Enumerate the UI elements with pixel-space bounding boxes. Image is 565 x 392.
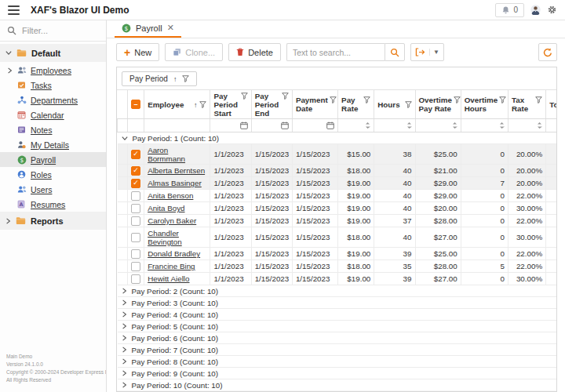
filter-cell-payment[interactable] [292, 119, 337, 132]
sidebar-item-my-details[interactable]: My Details [0, 137, 106, 152]
spinner-icon[interactable] [499, 122, 505, 129]
cell-end: 1/15/2023 [251, 190, 292, 202]
funnel-icon[interactable] [454, 96, 461, 103]
sidebar-item-roles[interactable]: Roles [0, 167, 106, 182]
employee-link[interactable]: Hewitt Aiello [148, 274, 189, 283]
refresh-button[interactable] [538, 43, 557, 61]
row-checkbox[interactable]: ✓ [131, 166, 140, 176]
filter-cell-ot_rate[interactable] [415, 119, 461, 132]
chevron-right-icon[interactable] [122, 323, 127, 329]
spinner-icon[interactable] [452, 122, 457, 129]
chevron-right-icon[interactable] [122, 358, 127, 365]
funnel-icon[interactable] [199, 101, 206, 108]
chevron-right-icon[interactable] [122, 347, 127, 353]
employee-link[interactable]: Carolyn Baker [148, 216, 196, 225]
chevron-right-icon[interactable] [122, 335, 127, 341]
user-avatar[interactable] [530, 5, 541, 15]
search-input[interactable] [286, 43, 385, 61]
filter-cell-ot_hours[interactable] [461, 119, 508, 132]
filter-cell-total[interactable] [546, 119, 556, 132]
employee-link[interactable]: Anita Benson [148, 191, 193, 200]
sidebar-item-users[interactable]: Users [0, 182, 106, 197]
column-header-payment[interactable]: Payment Date [292, 90, 337, 119]
tab-payroll[interactable]: $ Payroll ✕ [115, 20, 181, 38]
column-header-tax_rate[interactable]: Tax Rate [508, 90, 545, 119]
column-header-hours[interactable]: Hours [374, 90, 415, 119]
employee-link[interactable]: Anita Boyd [148, 204, 184, 212]
sidebar-item-calendar[interactable]: Calendar [0, 107, 106, 122]
row-checkbox[interactable]: ✓ [131, 179, 140, 188]
column-header-total[interactable]: Total [546, 90, 556, 119]
filter-funnel-icon[interactable] [182, 75, 189, 82]
cell-hours: 40 [374, 190, 415, 202]
chevron-down-icon[interactable] [122, 136, 128, 141]
chevron-right-icon[interactable] [122, 370, 127, 376]
funnel-icon[interactable] [499, 96, 506, 103]
funnel-icon[interactable] [241, 93, 248, 100]
sidebar-item-employees[interactable]: Employees [0, 63, 106, 78]
calendar-small-icon[interactable] [281, 122, 289, 129]
sidebar-filter-input[interactable] [22, 26, 94, 35]
spinner-icon[interactable] [406, 122, 412, 129]
chevron-right-icon[interactable] [122, 288, 127, 294]
row-checkbox[interactable] [131, 274, 140, 284]
notifications-button[interactable]: 0 [495, 3, 524, 17]
chevron-right-icon[interactable] [7, 67, 13, 74]
group-chip-pay-period[interactable]: Pay Period ↑ [122, 71, 197, 86]
delete-button[interactable]: Delete [228, 43, 281, 61]
sidebar-item-notes[interactable]: Notes [0, 122, 106, 137]
sidebar-group-reports[interactable]: Reports [0, 212, 106, 230]
search-button[interactable] [385, 43, 405, 61]
chevron-right-icon[interactable] [122, 311, 127, 318]
row-checkbox[interactable] [131, 249, 140, 259]
column-header-end[interactable]: Pay Period End [251, 90, 292, 119]
sidebar-item-tasks[interactable]: Tasks [0, 78, 106, 93]
filter-cell-employee[interactable] [144, 119, 210, 132]
sidebar-item-resumes[interactable]: AResumes [0, 197, 106, 212]
spinner-icon[interactable] [537, 122, 542, 129]
row-checkbox[interactable] [131, 191, 140, 201]
filter-cell-start[interactable] [210, 119, 251, 132]
gear-icon[interactable] [547, 5, 557, 15]
row-checkbox[interactable]: ✓ [131, 150, 140, 159]
filter-cell-tax_rate[interactable] [508, 119, 545, 132]
row-checkbox[interactable] [131, 233, 140, 242]
filter-cell-hours[interactable] [374, 119, 415, 132]
employee-link[interactable]: Aaron Bormmann [148, 146, 185, 163]
column-header-start[interactable]: Pay Period Start [210, 90, 251, 119]
column-header-ot_rate[interactable]: Overtime Pay Rate [415, 90, 461, 119]
hamburger-menu-icon[interactable] [8, 5, 20, 15]
chevron-right-icon[interactable] [122, 382, 127, 388]
employee-link[interactable]: Chandler Bevington [148, 229, 182, 246]
chevron-down-icon[interactable]: ▼ [429, 49, 439, 56]
clone-button[interactable]: Clone... [165, 43, 223, 61]
export-button[interactable]: ▼ [410, 43, 444, 61]
funnel-icon[interactable] [535, 96, 542, 103]
employee-link[interactable]: Alberta Berntsen [148, 166, 205, 175]
new-button[interactable]: + New [116, 43, 159, 61]
row-checkbox[interactable] [131, 262, 140, 271]
employee-link[interactable]: Francine Bing [148, 262, 195, 270]
row-checkbox[interactable] [131, 216, 140, 226]
close-icon[interactable]: ✕ [167, 24, 174, 32]
employee-link[interactable]: Almas Basinger [148, 179, 202, 187]
employee-link[interactable]: Donald Bradley [148, 249, 200, 258]
calendar-small-icon[interactable] [240, 122, 248, 129]
row-checkbox[interactable] [131, 204, 140, 213]
funnel-icon[interactable] [363, 96, 370, 103]
sidebar-item-departments[interactable]: Departments [0, 93, 106, 107]
column-header-ot_hours[interactable]: Overtime Hours [461, 90, 508, 119]
select-all-checkbox[interactable]: – [131, 100, 140, 109]
column-header-pay_rate[interactable]: Pay Rate [338, 90, 374, 119]
funnel-icon[interactable] [330, 96, 337, 103]
filter-cell-end[interactable] [251, 119, 292, 132]
spinner-icon[interactable] [365, 122, 370, 129]
funnel-icon[interactable] [405, 101, 412, 108]
column-header-employee[interactable]: Employee↑ [144, 90, 210, 119]
chevron-right-icon[interactable] [122, 299, 127, 306]
filter-cell-pay_rate[interactable] [338, 119, 374, 132]
funnel-icon[interactable] [282, 93, 289, 100]
sidebar-item-payroll[interactable]: $Payroll [0, 152, 106, 167]
sidebar-group-default[interactable]: Default [0, 44, 106, 62]
calendar-small-icon[interactable] [326, 122, 334, 129]
